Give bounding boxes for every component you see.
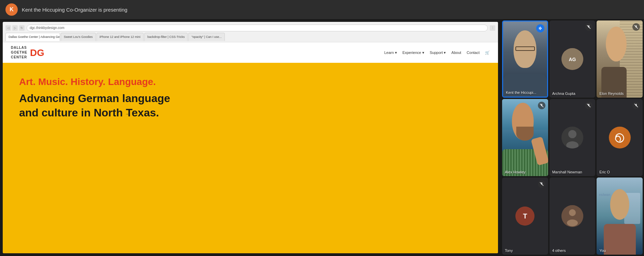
presenter-avatar: K xyxy=(5,3,18,16)
top-bar: K Kent the Hiccuping Co-Organizer is pre… xyxy=(0,0,644,19)
svg-point-13 xyxy=(568,130,576,138)
eric-name: Eric O xyxy=(599,170,610,174)
tab-2-label: Sweet Lou's Goodies xyxy=(64,35,93,39)
eric-mute-icon xyxy=(632,102,640,109)
marshall-avatar-image xyxy=(561,127,583,148)
svg-rect-9 xyxy=(635,25,637,28)
logo-line2: GOETHE xyxy=(11,50,27,55)
browser-menu-icon[interactable]: ⋮ xyxy=(490,25,495,31)
tony-bg: T xyxy=(502,177,548,255)
address-bar[interactable]: dgc.thinkbydesign.com xyxy=(27,25,488,31)
eric-logo-icon xyxy=(612,129,628,146)
others-name: 4 others xyxy=(552,248,566,253)
svg-text:DG: DG xyxy=(30,47,44,58)
others-bg xyxy=(550,177,596,255)
svg-point-23 xyxy=(569,209,576,216)
avatar-letter: K xyxy=(10,6,14,13)
website-hero: Art. Music. History. Language. Advancing… xyxy=(3,63,498,133)
browser-window: ◁ ▷ ↻ dgc.thinkbydesign.com ⋮ Dallas Goe… xyxy=(3,22,498,253)
browser-top-row: ◁ ▷ ↻ dgc.thinkbydesign.com ⋮ xyxy=(3,22,498,33)
hero-subtitle: Advancing German language and culture in… xyxy=(19,91,482,120)
nav-experience[interactable]: Experience ▾ xyxy=(402,51,424,55)
hero-tagline: Art. Music. History. Language. xyxy=(19,76,482,87)
mic-slash-icon-5 xyxy=(634,103,638,108)
archna-avatar: AG xyxy=(561,48,583,70)
nav-forward-icon[interactable]: ▷ xyxy=(12,25,18,31)
you-video: eslwan xyxy=(597,177,643,255)
participant-tile-alex: Alex Howley xyxy=(502,99,548,176)
archna-name: Archna Gupta xyxy=(552,91,575,96)
participant-tile-you: eslwan You xyxy=(597,177,643,255)
website-nav: DALLAS GOETHE CENTER DG Learn ▾ Experien… xyxy=(3,42,498,63)
marshall-avatar xyxy=(561,127,583,148)
tab-4[interactable]: backdrop-filter | CSS-Tricks xyxy=(144,33,188,41)
nav-back-icon[interactable]: ◁ xyxy=(5,25,11,31)
dgc-logo-icon: DG xyxy=(30,46,44,59)
browser-nav-icons: ◁ ▷ ↻ xyxy=(5,25,25,31)
nav-contact[interactable]: Contact xyxy=(467,51,480,55)
tab-3-label: iPhone 12 and iPhone 12 mini xyxy=(100,35,141,39)
kent-video xyxy=(503,22,547,97)
tony-name: Tony xyxy=(505,248,513,253)
presenter-status: Kent the Hiccuping Co-Organizer is prese… xyxy=(22,7,127,13)
kent-name: Kent the Hiccupi... xyxy=(506,90,536,95)
nav-support[interactable]: Support ▾ xyxy=(430,51,446,55)
elon-name: Elon Reynolds xyxy=(599,91,624,96)
svg-rect-7 xyxy=(588,25,589,28)
participants-grid: Kent the Hiccupi... AG Archna Gupt xyxy=(501,19,644,256)
alex-name: Alex Howley xyxy=(505,170,526,174)
eric-bg xyxy=(597,99,643,176)
svg-rect-11 xyxy=(541,104,542,106)
nav-refresh-icon[interactable]: ↻ xyxy=(19,25,25,31)
participant-tile-marshall: Marshall Newman xyxy=(550,99,596,176)
browser-chrome: ◁ ▷ ↻ dgc.thinkbydesign.com ⋮ Dallas Goe… xyxy=(3,22,498,42)
main-content: ◁ ▷ ↻ dgc.thinkbydesign.com ⋮ Dallas Goe… xyxy=(0,19,644,256)
you-name: You xyxy=(599,248,606,253)
tony-avatar: T xyxy=(515,207,535,226)
kent-speaking-icon xyxy=(536,24,544,32)
hero-subtitle-line1: Advancing German language xyxy=(19,91,482,106)
elon-video xyxy=(597,20,643,98)
tab-5[interactable]: "opacity" | Can I use... xyxy=(188,33,224,41)
browser-content: DALLAS GOETHE CENTER DG Learn ▾ Experien… xyxy=(3,42,498,253)
others-avatar-image xyxy=(561,205,583,227)
logo-line3: CENTER xyxy=(11,55,27,60)
participant-tile-elon: Elon Reynolds xyxy=(597,20,643,98)
tab-2[interactable]: Sweet Lou's Goodies xyxy=(61,33,96,41)
nav-learn[interactable]: Learn ▾ xyxy=(384,51,397,55)
svg-rect-2 xyxy=(540,27,541,30)
participant-tile-kent: Kent the Hiccupi... xyxy=(502,20,548,98)
svg-rect-21 xyxy=(541,182,542,185)
tab-5-label: "opacity" | Can I use... xyxy=(191,35,221,39)
participant-tile-others: 4 others xyxy=(550,177,596,255)
marshall-bg xyxy=(550,99,596,176)
svg-rect-16 xyxy=(588,104,589,106)
presentation-area: ◁ ▷ ↻ dgc.thinkbydesign.com ⋮ Dallas Goe… xyxy=(0,19,501,256)
alex-mute-icon xyxy=(538,102,545,109)
mic-slash-icon-3 xyxy=(540,103,544,108)
archna-avatar-image: AG xyxy=(561,48,583,70)
browser-tabs: Dallas Goethe Center | Advancing German.… xyxy=(3,33,498,42)
nav-about[interactable]: About xyxy=(451,51,461,55)
mic-slash-icon-2 xyxy=(634,25,638,29)
tab-3[interactable]: iPhone 12 and iPhone 12 mini xyxy=(97,33,144,41)
eric-icon xyxy=(609,127,631,148)
mic-slash-icon-6 xyxy=(540,182,544,186)
participant-tile-eric: Eric O xyxy=(597,99,643,176)
participant-tile-archna: AG Archna Gupta xyxy=(550,20,596,98)
url-text: dgc.thinkbydesign.com xyxy=(30,26,64,30)
elon-mute-icon xyxy=(632,23,640,31)
alex-video xyxy=(502,99,548,176)
participant-tile-tony: T Tony xyxy=(502,177,548,255)
tony-mute-icon xyxy=(538,180,545,188)
speaking-waves-icon xyxy=(538,26,543,31)
tab-1[interactable]: Dallas Goethe Center | Advancing German.… xyxy=(5,33,60,41)
tab-1-label: Dallas Goethe Center | Advancing German.… xyxy=(9,35,60,39)
svg-rect-3 xyxy=(541,28,542,29)
logo-area: DALLAS GOETHE CENTER DG xyxy=(11,45,44,60)
hero-subtitle-line2: and culture in North Texas. xyxy=(19,106,482,120)
archna-bg: AG xyxy=(550,20,596,98)
nav-cart-icon[interactable]: 🛒 xyxy=(485,51,490,55)
logo-line1: DALLAS xyxy=(11,45,27,50)
website-nav-links: Learn ▾ Experience ▾ Support ▾ About Con… xyxy=(384,51,490,55)
